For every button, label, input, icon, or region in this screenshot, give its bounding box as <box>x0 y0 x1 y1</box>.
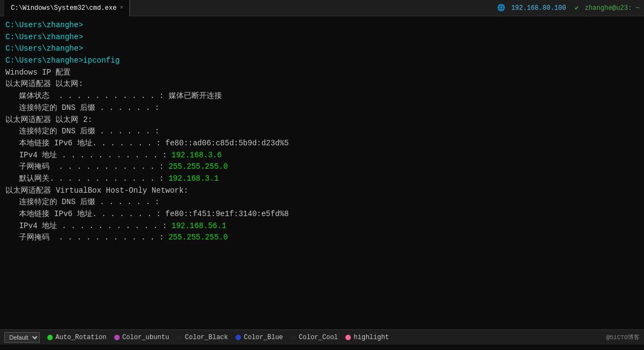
color-label: Color_ubuntu <box>122 334 169 341</box>
terminal-area: C:\Users\zhanghe>C:\Users\zhanghe>C:\Use… <box>0 16 644 329</box>
color-label: Color_Black <box>185 334 228 341</box>
tab-cmd[interactable]: C:\Windows\System32\cmd.exe × <box>4 0 130 16</box>
bottom-color-item[interactable]: Color_Black <box>177 334 228 341</box>
bottom-bar: Default Auto_RotationColor_ubuntuColor_B… <box>0 329 644 345</box>
tab-cmd-label: C:\Windows\System32\cmd.exe <box>11 4 116 12</box>
terminal-line: 默认网关. . . . . . . . . . . . : 192.168.3.… <box>5 173 639 185</box>
check-icon: ✔ <box>575 4 579 12</box>
bottom-color-item[interactable]: highlight <box>345 334 389 341</box>
tab-close-btn[interactable]: × <box>120 5 123 11</box>
bottom-color-item[interactable]: Color_ubuntu <box>114 334 169 341</box>
bottom-color-item[interactable]: Auto_Rotation <box>47 334 107 341</box>
terminal-line: 连接特定的 DNS 后缀 . . . . . . : <box>5 126 639 138</box>
terminal-line: Windows IP 配置 <box>5 67 639 79</box>
color-label: Auto_Rotation <box>55 334 107 341</box>
title-bar-right: 🌐 192.168.80.100 ✔ zhanghe@u23: ~ <box>497 4 640 12</box>
terminal-line: 子网掩码 . . . . . . . . . . . : 255.255.255… <box>5 232 639 244</box>
bottom-color-item[interactable]: Color_Blue <box>236 334 283 341</box>
color-dot <box>345 335 351 340</box>
color-dot <box>47 335 53 340</box>
terminal-line: 本地链接 IPv6 地址. . . . . . . : fe80::ad06:c… <box>5 138 639 150</box>
title-user: ✔ zhanghe@u23: ~ <box>575 4 640 12</box>
color-label: Color_Blue <box>244 334 283 341</box>
terminal-line: 子网掩码 . . . . . . . . . . . : 255.255.255… <box>5 161 639 173</box>
terminal-line: 媒体状态 . . . . . . . . . . . : 媒体已断开连接 <box>5 90 639 102</box>
color-dot <box>290 335 296 340</box>
title-ip: 🌐 192.168.80.100 <box>497 4 566 12</box>
color-label: highlight <box>354 334 389 341</box>
terminal-line: IPv4 地址 . . . . . . . . . . . : 192.168.… <box>5 220 639 232</box>
terminal-line: C:\Users\zhanghe> <box>5 43 639 55</box>
terminal-line: 以太网适配器 VirtualBox Host-Only Network: <box>5 185 639 197</box>
bottom-color-item[interactable]: Color_Cool <box>290 334 338 341</box>
terminal-line: 以太网适配器 以太网 2: <box>5 114 639 126</box>
terminal-line: C:\Users\zhanghe> <box>5 20 639 32</box>
default-select[interactable]: Default <box>4 332 40 343</box>
title-bar: C:\Windows\System32\cmd.exe × 🌐 192.168.… <box>0 0 644 16</box>
terminal-line: 本地链接 IPv6 地址. . . . . . . : fe80::f451:9… <box>5 208 639 220</box>
terminal-line: 连接特定的 DNS 后缀 . . . . . . : <box>5 102 639 114</box>
color-label: Color_Cool <box>299 334 338 341</box>
terminal-line: IPv4 地址 . . . . . . . . . . . : 192.168.… <box>5 150 639 162</box>
color-dot <box>236 335 241 340</box>
bottom-items: Auto_RotationColor_ubuntuColor_BlackColo… <box>47 334 389 341</box>
terminal-line: C:\Users\zhanghe>ipconfig <box>5 55 639 67</box>
watermark: @51CTO博客 <box>606 333 640 341</box>
terminal-line: 连接特定的 DNS 后缀 . . . . . . : <box>5 197 639 208</box>
network-icon: 🌐 <box>497 4 505 12</box>
color-dot <box>177 335 182 340</box>
terminal-line: 以太网适配器 以太网: <box>5 78 639 90</box>
terminal-line: C:\Users\zhanghe> <box>5 32 639 44</box>
color-dot <box>114 335 120 340</box>
